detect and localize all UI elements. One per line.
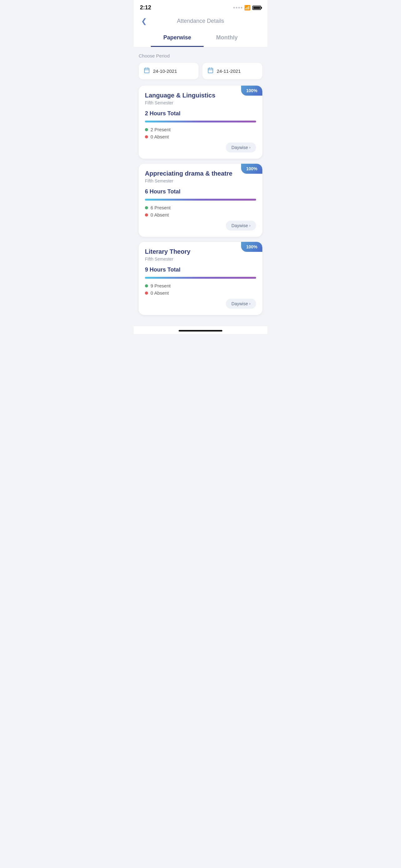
progress-bar-2 [145,199,256,200]
absent-stat-3: 0 Absent [145,290,256,296]
semester-1: Fifth Semester [145,100,256,105]
badge-3: 100% [241,242,262,252]
home-indicator [134,326,267,334]
calendar-end-icon [207,67,213,75]
semester-3: Fifth Semester [145,256,256,261]
attendance-card-2: 100% Appreciating drama & theatre Fifth … [139,164,262,237]
end-date-picker[interactable]: 24-11-2021 [202,63,262,80]
course-name-2: Appreciating drama & theatre [145,170,256,177]
absent-label-1: 0 Absent [151,134,169,140]
home-bar [179,330,222,332]
absent-stat-2: 0 Absent [145,212,256,217]
chevron-icon-1: › [249,145,250,150]
tab-paperwise[interactable]: Paperwise [151,31,204,47]
start-date-value: 24-10-2021 [153,68,177,74]
hours-total-2: 6 Hours Total [145,188,256,195]
start-date-picker[interactable]: 24-10-2021 [139,63,199,80]
svg-rect-4 [208,68,213,73]
semester-2: Fifth Semester [145,178,256,183]
tabs-container: Paperwise Monthly [134,31,267,47]
absent-label-2: 0 Absent [151,212,169,217]
card-footer-1: Daywise › [145,143,256,153]
calendar-start-icon [144,67,150,75]
present-dot-3 [145,284,148,287]
badge-1: 100% [241,86,262,96]
absent-dot-2 [145,213,148,217]
absent-label-3: 0 Absent [151,290,169,296]
present-stat-3: 9 Present [145,283,256,288]
present-stat-2: 6 Present [145,205,256,210]
attendance-card-1: 100% Language & Linguistics Fifth Semest… [139,86,262,159]
stats-2: 6 Present 0 Absent [145,205,256,217]
present-label-2: 6 Present [151,205,170,210]
daywise-button-1[interactable]: Daywise › [226,143,256,153]
tab-monthly[interactable]: Monthly [204,31,250,47]
present-label-1: 2 Present [151,127,170,132]
absent-dot-3 [145,291,148,294]
back-button[interactable]: ❮ [140,16,148,27]
chevron-icon-3: › [249,302,250,306]
wifi-icon: 📶 [244,5,250,11]
present-dot-1 [145,128,148,131]
status-time: 2:12 [140,4,151,11]
date-pickers: 24-10-2021 24-11-2021 [139,63,262,80]
page-title: Attendance Details [177,18,224,24]
card-footer-2: Daywise › [145,221,256,230]
progress-bar-3 [145,277,256,279]
course-name-1: Language & Linguistics [145,92,256,99]
present-dot-2 [145,206,148,209]
badge-2: 100% [241,164,262,174]
hours-total-1: 2 Hours Total [145,110,256,117]
absent-stat-1: 0 Absent [145,134,256,140]
main-content: Choose Period 24-10-2021 [134,47,267,326]
progress-bar-1 [145,121,256,122]
header: ❮ Attendance Details [134,13,267,31]
end-date-value: 24-11-2021 [217,68,241,74]
daywise-button-3[interactable]: Daywise › [226,299,256,309]
status-icons: 📶 [233,5,261,11]
status-bar: 2:12 📶 [134,0,267,13]
signal-icon [233,7,242,8]
daywise-button-2[interactable]: Daywise › [226,221,256,230]
card-footer-3: Daywise › [145,299,256,309]
battery-icon [252,6,261,10]
present-label-3: 9 Present [151,283,170,288]
stats-1: 2 Present 0 Absent [145,127,256,140]
hours-total-3: 9 Hours Total [145,267,256,273]
course-name-3: Literary Theory [145,248,256,255]
absent-dot-1 [145,135,148,138]
svg-rect-0 [144,68,149,73]
choose-period-label: Choose Period [139,53,262,58]
attendance-card-3: 100% Literary Theory Fifth Semester 9 Ho… [139,242,262,315]
present-stat-1: 2 Present [145,127,256,132]
chevron-icon-2: › [249,223,250,228]
stats-3: 9 Present 0 Absent [145,283,256,296]
